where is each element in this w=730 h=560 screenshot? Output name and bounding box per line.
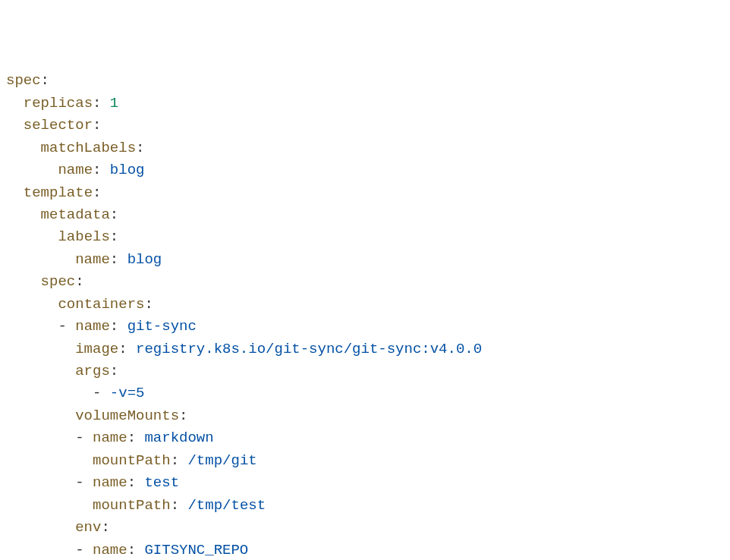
yaml-token-key: name [93, 542, 127, 558]
yaml-token-pun: : [93, 184, 101, 201]
yaml-token-key: replicas [24, 95, 93, 112]
yaml-token-pun: : [110, 206, 118, 223]
yaml-token-pun: : [171, 452, 188, 469]
yaml-token-key: name [75, 318, 110, 335]
yaml-token-key: env [75, 519, 101, 536]
code-line: matchLabels: [6, 137, 724, 159]
yaml-token-pun: : [171, 497, 188, 514]
yaml-token-key: image [75, 341, 118, 357]
code-line: - name: markdown [6, 427, 724, 449]
yaml-token-str: git-sync [127, 318, 197, 335]
yaml-token-pun: - [93, 385, 110, 401]
code-line: template: [6, 182, 724, 204]
yaml-token-key: name [93, 474, 127, 491]
yaml-token-pun: : [179, 407, 187, 424]
yaml-token-pun: - [75, 542, 93, 558]
code-line: - name: git-sync [6, 316, 724, 338]
code-line: name: blog [6, 249, 724, 271]
yaml-token-pun: : [118, 341, 136, 357]
yaml-token-key: metadata [41, 206, 110, 223]
yaml-token-str: blog [127, 251, 162, 268]
yaml-token-key: mountPath [93, 452, 171, 469]
yaml-token-key: template [24, 184, 93, 201]
code-line: selector: [6, 115, 724, 137]
code-line: - name: test [6, 472, 724, 494]
code-line: containers: [6, 294, 724, 316]
yaml-token-str: GITSYNC_REPO [144, 542, 248, 558]
yaml-token-key: selector [24, 117, 93, 134]
yaml-code-block: spec: replicas: 1 selector: matchLabels:… [6, 70, 724, 560]
yaml-token-pun: : [144, 296, 153, 313]
yaml-token-key: containers [58, 296, 144, 313]
code-line: spec: [6, 271, 724, 293]
yaml-token-str: /tmp/git [187, 452, 256, 469]
code-line: replicas: 1 [6, 93, 724, 115]
code-line: image: registry.k8s.io/git-sync/git-sync… [6, 338, 724, 360]
yaml-token-str: -v=5 [110, 385, 145, 401]
yaml-token-str: /tmp/test [187, 497, 266, 514]
yaml-token-pun: : [93, 95, 110, 112]
yaml-token-key: name [93, 429, 127, 446]
code-line: labels: [6, 226, 724, 248]
yaml-token-pun: : [136, 140, 144, 156]
yaml-token-pun: : [127, 474, 145, 491]
code-line: name: blog [6, 159, 724, 181]
yaml-token-pun: : [41, 72, 49, 89]
yaml-token-str: test [144, 474, 179, 491]
yaml-token-pun: - [75, 474, 93, 491]
yaml-token-pun: - [58, 318, 75, 335]
yaml-token-pun: : [127, 429, 145, 446]
yaml-token-pun: : [110, 363, 118, 379]
yaml-token-key: spec [41, 273, 76, 290]
code-line: spec: [6, 70, 724, 92]
yaml-token-key: args [75, 363, 110, 379]
yaml-token-key: mountPath [93, 497, 171, 514]
code-line: mountPath: /tmp/git [6, 450, 724, 472]
yaml-token-key: matchLabels [41, 140, 136, 156]
code-line: metadata: [6, 204, 724, 226]
yaml-token-str: markdown [144, 429, 213, 446]
yaml-token-num: 1 [110, 95, 118, 112]
yaml-token-pun: : [93, 162, 110, 178]
yaml-token-pun: : [101, 519, 109, 536]
yaml-token-str: registry.k8s.io/git-sync/git-sync:v4.0.0 [136, 341, 482, 357]
yaml-token-key: volumeMounts [75, 407, 179, 424]
code-line: args: [6, 360, 724, 382]
yaml-token-key: spec [6, 72, 41, 89]
code-line: - name: GITSYNC_REPO [6, 540, 724, 561]
yaml-token-key: name [58, 162, 93, 178]
yaml-token-pun: : [75, 273, 83, 290]
yaml-token-pun: : [110, 228, 118, 245]
yaml-token-pun: : [110, 318, 127, 335]
yaml-token-key: labels [58, 228, 109, 245]
code-line: - -v=5 [6, 382, 724, 404]
code-line: mountPath: /tmp/test [6, 495, 724, 517]
yaml-token-pun: - [75, 429, 93, 446]
yaml-token-str: blog [110, 162, 145, 178]
code-line: env: [6, 517, 724, 539]
code-line: volumeMounts: [6, 405, 724, 427]
yaml-token-key: name [75, 251, 110, 268]
yaml-token-pun: : [110, 251, 127, 268]
yaml-token-pun: : [127, 542, 145, 558]
yaml-token-pun: : [93, 117, 101, 134]
